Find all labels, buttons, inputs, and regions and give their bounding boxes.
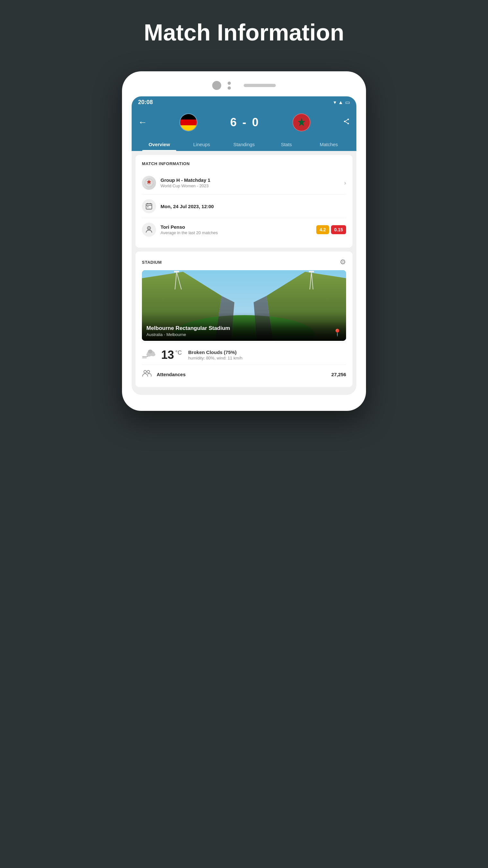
attendance-label: Attendances — [157, 372, 331, 377]
competition-sub: World Cup Women - 2023 — [161, 183, 341, 188]
svg-point-1 — [347, 119, 349, 120]
competition-row[interactable]: Group H - Matchday 1 World Cup Women - 2… — [142, 171, 346, 195]
svg-point-36 — [144, 370, 147, 373]
status-bar: 20:08 ▾ ▲ ▭ — [132, 96, 356, 108]
page-title: Match Information — [144, 19, 344, 45]
phone-camera — [212, 81, 221, 90]
tab-standings[interactable]: Standings — [223, 138, 265, 151]
referee-icon — [142, 223, 156, 237]
people-icon — [142, 369, 152, 377]
phone-device: 20:08 ▾ ▲ ▭ ← — [122, 71, 366, 411]
stadium-card: STADIUM ⚙ — [135, 251, 353, 387]
stadium-image: Melbourne Rectangular Stadium Australia … — [142, 270, 346, 341]
content-area: MATCH INFORMATION Group H - M — [132, 151, 356, 395]
tab-lineups[interactable]: Lineups — [181, 138, 223, 151]
world-cup-logo — [142, 176, 156, 190]
date-row: Mon, 24 Jul 2023, 12:00 — [142, 195, 346, 218]
svg-marker-0 — [298, 118, 305, 126]
wc-logo-icon — [144, 178, 154, 188]
clouds-wind-icon — [142, 348, 156, 359]
germany-flag — [180, 114, 197, 131]
stadium-title: STADIUM — [142, 260, 162, 265]
attendance-row: Attendances 27,256 — [142, 365, 346, 381]
calendar-svg-icon — [145, 203, 153, 210]
svg-rect-25 — [174, 271, 179, 272]
yellow-card-badge: 4.2 — [316, 225, 329, 234]
signal-icon: ▲ — [338, 100, 343, 105]
referee-row: Tori Penso Average in the last 20 matche… — [142, 218, 346, 241]
tabs-row: Overview Lineups Standings Stats Matches — [138, 138, 350, 151]
flag-black-stripe — [180, 114, 197, 120]
competition-info: Group H - Matchday 1 World Cup Women - 2… — [161, 177, 341, 188]
back-button[interactable]: ← — [138, 117, 147, 127]
referee-name: Tori Penso — [161, 224, 314, 230]
competition-name: Group H - Matchday 1 — [161, 177, 341, 183]
date-label: Mon, 24 Jul 2023, 12:00 — [161, 204, 346, 209]
tab-stats[interactable]: Stats — [265, 138, 307, 151]
status-icons: ▾ ▲ ▭ — [333, 99, 350, 105]
red-card-badge: 0.15 — [331, 225, 346, 234]
stadium-header: STADIUM ⚙ — [142, 258, 346, 266]
phone-screen: 20:08 ▾ ▲ ▭ ← — [132, 96, 356, 395]
flag-gold-stripe — [180, 125, 197, 131]
phone-dot — [228, 86, 231, 90]
weather-temperature: 13 — [161, 348, 174, 362]
chevron-right-icon: › — [344, 180, 346, 186]
tab-matches[interactable]: Matches — [307, 138, 350, 151]
wifi-icon: ▾ — [333, 99, 336, 105]
phone-dot — [228, 82, 231, 85]
calendar-icon — [142, 199, 156, 213]
weather-main-text: Broken Clouds (75%) — [188, 349, 346, 355]
phone-speaker — [244, 84, 276, 87]
share-icon — [343, 118, 350, 125]
svg-point-34 — [151, 353, 155, 356]
phone-top-bar — [132, 81, 356, 90]
morocco-star-icon — [296, 117, 307, 128]
attendance-value: 27,256 — [331, 372, 346, 377]
referee-info: Tori Penso Average in the last 20 matche… — [161, 224, 314, 235]
date-info: Mon, 24 Jul 2023, 12:00 — [161, 204, 346, 209]
svg-point-2 — [344, 121, 346, 122]
attendance-icon — [142, 369, 152, 379]
competition-logo — [142, 176, 156, 190]
weather-details-text: humidity: 80%, wind: 11 km/h — [188, 355, 346, 361]
morocco-flag — [292, 114, 311, 131]
score-display: 6 - 0 — [230, 116, 260, 129]
referee-svg-icon — [145, 225, 153, 234]
weather-unit: °C — [175, 349, 182, 356]
stadium-info: Melbourne Rectangular Stadium Australia … — [147, 325, 230, 337]
score-row: ← 6 - 0 — [138, 114, 350, 131]
tab-overview[interactable]: Overview — [138, 138, 181, 151]
stadium-overlay: Melbourne Rectangular Stadium Australia … — [142, 321, 346, 341]
referee-badges: 4.2 0.15 — [316, 225, 346, 234]
match-header: ← 6 - 0 — [132, 108, 356, 151]
flag-red-stripe — [180, 120, 197, 126]
stadium-name: Melbourne Rectangular Stadium — [147, 325, 230, 332]
stadium-location: Australia - Melbourne — [147, 332, 230, 337]
referee-sub: Average in the last 20 matches — [161, 230, 314, 235]
svg-line-5 — [346, 122, 348, 123]
stadium-visual: Melbourne Rectangular Stadium Australia … — [142, 270, 346, 341]
svg-rect-12 — [148, 206, 148, 207]
weather-icon — [142, 348, 156, 362]
share-button[interactable] — [343, 118, 350, 127]
weather-row: 13 °C Broken Clouds (75%) humidity: 80%,… — [142, 342, 346, 365]
location-pin-icon: 📍 — [333, 329, 341, 337]
weather-description: Broken Clouds (75%) humidity: 80%, wind:… — [188, 349, 346, 361]
svg-point-37 — [147, 370, 150, 373]
settings-icon[interactable]: ⚙ — [340, 258, 346, 266]
phone-dots — [228, 82, 231, 90]
svg-line-4 — [346, 120, 348, 121]
phone-bottom — [132, 395, 356, 401]
match-info-card: MATCH INFORMATION Group H - M — [135, 155, 353, 248]
svg-point-35 — [148, 349, 153, 353]
battery-icon: ▭ — [345, 99, 350, 105]
match-info-title: MATCH INFORMATION — [142, 161, 346, 166]
svg-point-3 — [347, 123, 349, 124]
svg-rect-8 — [146, 204, 152, 209]
svg-rect-28 — [309, 271, 314, 272]
status-time: 20:08 — [138, 99, 153, 106]
